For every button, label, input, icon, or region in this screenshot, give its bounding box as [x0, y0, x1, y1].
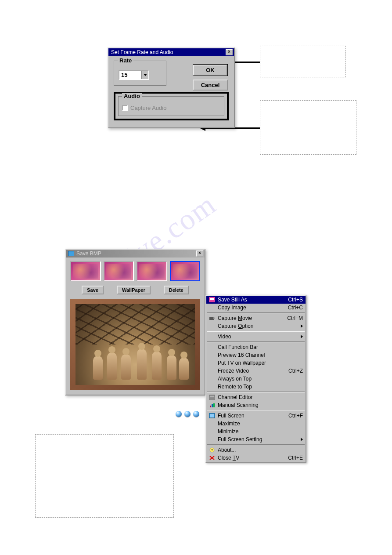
- menu-item[interactable]: Preview 16 Channel: [206, 351, 306, 359]
- menu-item-label: About...: [218, 447, 303, 453]
- blank-icon: [208, 436, 216, 443]
- submenu-arrow-icon: [298, 438, 303, 441]
- menu-item[interactable]: Maximize: [206, 420, 306, 428]
- menu-item-label: Preview 16 Channel: [218, 352, 303, 358]
- callout-box-3: [35, 434, 174, 518]
- svg-rect-1: [210, 298, 214, 300]
- menu-item[interactable]: Remote to Top: [206, 383, 306, 391]
- menu-item[interactable]: Always on Top: [206, 375, 306, 383]
- save-bmp-window: Save BMP × Save WallPaper Delete: [65, 249, 205, 395]
- menu-item-accelerator: Ctrl+S: [288, 297, 303, 303]
- chevron-down-icon[interactable]: [141, 71, 148, 79]
- thumbnail-strip: [66, 258, 205, 284]
- close-icon[interactable]: ×: [196, 250, 203, 257]
- menu-separator: [207, 444, 305, 445]
- savebmp-titlebar[interactable]: Save BMP ×: [66, 250, 205, 258]
- blank-icon: [208, 323, 216, 329]
- rate-groupbox: Rate 15: [114, 61, 166, 86]
- menu-item-accelerator: Ctrl+Z: [288, 368, 303, 374]
- close-red-icon: [208, 455, 216, 461]
- menu-item[interactable]: Save Still AsCtrl+S: [206, 296, 306, 304]
- menu-item-label: Channel Editor: [218, 394, 303, 400]
- audio-groupbox: Audio Capture Audio: [118, 96, 224, 116]
- orb-icon-3[interactable]: [193, 411, 199, 417]
- audio-highlight-box: Audio Capture Audio: [114, 92, 229, 120]
- menu-item[interactable]: Manual Scanning: [206, 401, 306, 409]
- submenu-arrow-icon: [298, 335, 303, 338]
- blank-icon: [208, 344, 216, 350]
- menu-item-accelerator: Ctrl+M: [287, 315, 303, 321]
- menu-item[interactable]: Capture Option: [206, 322, 306, 330]
- menu-item[interactable]: Close TVCtrl+E: [206, 454, 306, 462]
- menu-item-label: Full Screen: [218, 413, 284, 419]
- menu-item-label: Remote to Top: [218, 384, 303, 390]
- cancel-button[interactable]: Cancel: [193, 80, 228, 91]
- menu-item[interactable]: Capture MovieCtrl+M: [206, 314, 306, 322]
- menu-item-label: Save Still As: [218, 297, 284, 303]
- menu-item-label: Capture Option: [218, 323, 298, 329]
- fullscreen-icon: [208, 413, 216, 419]
- menu-item-accelerator: Ctrl+C: [288, 305, 303, 311]
- rate-combobox[interactable]: 15: [119, 70, 149, 80]
- svg-text:?: ?: [211, 448, 213, 452]
- menu-separator: [207, 341, 305, 342]
- menu-item[interactable]: Full ScreenCtrl+F: [206, 412, 306, 420]
- menu-item-label: Minimize: [218, 428, 303, 435]
- context-menu: Save Still AsCtrl+SCopy ImageCtrl+CCaptu…: [205, 295, 306, 463]
- frame-rate-dialog: Set Frame Rate and Audio × Rate 15 OK Ca…: [108, 47, 235, 128]
- audio-legend: Audio: [122, 93, 142, 99]
- menu-item[interactable]: Channel Editor: [206, 393, 306, 401]
- ok-button[interactable]: OK: [193, 64, 228, 76]
- menu-item[interactable]: Full Screen Setting: [206, 435, 306, 443]
- menu-separator: [207, 410, 305, 411]
- menu-item-label: Freeze Video: [218, 368, 284, 374]
- blank-icon: [208, 368, 216, 374]
- orb-icon-1[interactable]: [176, 411, 182, 417]
- submenu-arrow-icon: [298, 324, 303, 328]
- thumbnail-1[interactable]: [70, 261, 101, 281]
- thumbnail-4-selected[interactable]: [170, 261, 201, 281]
- callout-box-2: [260, 100, 356, 155]
- dialog-titlebar[interactable]: Set Frame Rate and Audio ×: [108, 48, 234, 56]
- svg-rect-10: [213, 403, 215, 407]
- save-pink-icon: [208, 297, 216, 303]
- savebmp-title: Save BMP: [76, 250, 194, 257]
- list-icon: [208, 394, 216, 400]
- menu-item[interactable]: Video: [206, 333, 306, 341]
- capture-audio-label: Capture Audio: [130, 105, 166, 111]
- thumbnail-3[interactable]: [137, 261, 167, 281]
- tv-icon: [68, 251, 74, 256]
- menu-item[interactable]: Copy ImageCtrl+C: [206, 304, 306, 312]
- menu-separator: [207, 392, 305, 392]
- menu-item[interactable]: Call Function Bar: [206, 343, 306, 351]
- blank-icon: [208, 334, 216, 340]
- preview-frame: [70, 299, 200, 390]
- menu-item[interactable]: Freeze VideoCtrl+Z: [206, 367, 306, 375]
- menu-item[interactable]: Minimize: [206, 428, 306, 435]
- delete-button[interactable]: Delete: [164, 286, 189, 294]
- menu-item[interactable]: ?About...: [206, 446, 306, 454]
- menu-item-label: Full Screen Setting: [218, 436, 298, 443]
- menu-item-label: Call Function Bar: [218, 344, 303, 350]
- blank-icon: [208, 360, 216, 366]
- menu-item-accelerator: Ctrl+E: [288, 455, 303, 461]
- menu-item-label: Copy Image: [218, 305, 284, 311]
- orb-icon-2[interactable]: [184, 411, 191, 417]
- thumbnail-2[interactable]: [104, 261, 134, 281]
- capture-audio-checkbox[interactable]: [122, 105, 128, 111]
- wallpaper-button[interactable]: WallPaper: [117, 286, 151, 294]
- save-button[interactable]: Save: [82, 286, 104, 294]
- blank-icon: [208, 352, 216, 358]
- svg-rect-9: [212, 404, 213, 407]
- menu-separator: [207, 312, 305, 313]
- menu-item[interactable]: Put TV on Wallpaper: [206, 359, 306, 367]
- blank-icon: [208, 384, 216, 390]
- rate-legend: Rate: [118, 57, 133, 64]
- close-icon[interactable]: ×: [226, 49, 233, 55]
- menu-separator: [207, 331, 305, 332]
- preview-image: [76, 304, 195, 385]
- blank-icon: [208, 428, 216, 435]
- orb-row: [176, 411, 199, 417]
- menu-item-label: Close TV: [218, 455, 284, 461]
- svg-rect-12: [210, 414, 214, 417]
